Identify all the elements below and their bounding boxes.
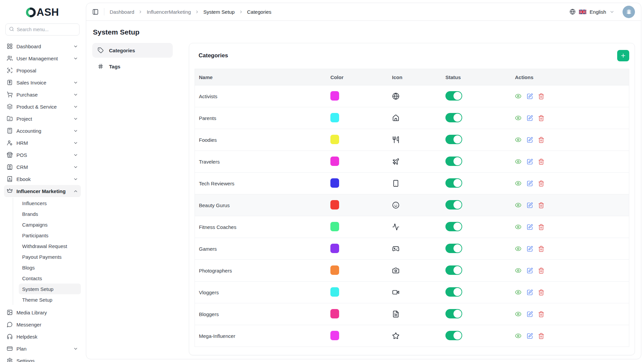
chevron-right-icon [195, 10, 199, 14]
color-swatch [330, 309, 339, 318]
globe-icon[interactable] [570, 9, 576, 15]
sidebar-subitem-blogs[interactable]: Blogs [19, 262, 81, 273]
add-category-button[interactable] [617, 50, 629, 61]
sidebar-subitem-system-setup[interactable]: System Setup [19, 284, 81, 294]
sidebar-item-settings[interactable]: Settings [4, 355, 81, 362]
view-icon[interactable] [515, 202, 522, 208]
calculator-icon [7, 128, 13, 134]
color-swatch [330, 113, 339, 122]
view-icon[interactable] [515, 224, 522, 230]
delete-icon[interactable] [538, 246, 544, 252]
category-name: Gamers [195, 238, 326, 260]
sidebar-toggle-icon[interactable] [92, 9, 99, 15]
table-row: Gamers [195, 238, 629, 260]
chevron-down-icon[interactable] [609, 9, 614, 14]
tab-categories[interactable]: Categories [92, 43, 173, 58]
status-toggle[interactable] [445, 222, 462, 231]
sidebar-item-helpdesk[interactable]: Helpdesk [4, 330, 81, 343]
status-toggle[interactable] [445, 178, 462, 188]
view-icon[interactable] [515, 311, 522, 317]
edit-icon[interactable] [527, 115, 533, 121]
view-icon[interactable] [515, 180, 522, 187]
sidebar-item-sales-invoice[interactable]: Sales Invoice [4, 76, 81, 88]
status-toggle[interactable] [445, 244, 462, 253]
sidebar-item-influencer-marketing[interactable]: Influencer Marketing [4, 185, 81, 197]
chevron-down-icon [73, 80, 78, 85]
sidebar-item-plan[interactable]: Plan [4, 343, 81, 355]
sidebar-subitem-campaigns[interactable]: Campaigns [19, 219, 81, 230]
edit-icon[interactable] [527, 224, 533, 230]
sidebar-subitem-contacts[interactable]: Contacts [19, 273, 81, 284]
search-input[interactable]: Search menu... [5, 23, 79, 36]
sidebar-item-dashboard[interactable]: Dashboard [4, 40, 81, 52]
status-toggle[interactable] [445, 157, 462, 166]
delete-icon[interactable] [538, 333, 544, 339]
view-icon[interactable] [515, 136, 522, 143]
status-toggle[interactable] [445, 265, 462, 275]
status-toggle[interactable] [445, 331, 462, 340]
delete-icon[interactable] [538, 93, 544, 100]
delete-icon[interactable] [538, 224, 544, 230]
sidebar-item-media-library[interactable]: Media Library [4, 306, 81, 318]
delete-icon[interactable] [538, 115, 544, 121]
edit-icon[interactable] [527, 267, 533, 274]
user-dot-icon [7, 140, 13, 146]
view-icon[interactable] [515, 333, 522, 339]
view-icon[interactable] [515, 93, 522, 100]
edit-icon[interactable] [527, 311, 533, 317]
delete-icon[interactable] [538, 289, 544, 296]
status-toggle[interactable] [445, 287, 462, 297]
breadcrumb-item-system-setup[interactable]: System Setup [203, 9, 234, 15]
edit-icon[interactable] [527, 289, 533, 296]
edit-icon[interactable] [527, 159, 533, 165]
sidebar-item-pos[interactable]: POS [4, 149, 81, 161]
edit-icon[interactable] [527, 180, 533, 187]
delete-icon[interactable] [538, 267, 544, 274]
status-toggle[interactable] [445, 135, 462, 144]
view-icon[interactable] [515, 158, 522, 165]
sidebar-subitem-brands[interactable]: Brands [19, 208, 81, 219]
edit-icon[interactable] [527, 137, 533, 143]
view-icon[interactable] [515, 267, 522, 274]
sidebar-item-hrm[interactable]: HRM [4, 137, 81, 149]
sidebar-subitem-withdrawal-request[interactable]: Withdrawal Request [19, 241, 81, 251]
status-toggle[interactable] [445, 200, 462, 209]
language-selector[interactable]: English [590, 9, 606, 15]
sidebar-item-proposal[interactable]: Proposal [4, 64, 81, 76]
sidebar-item-project[interactable]: Project [4, 113, 81, 125]
sidebar-subitem-theme-setup[interactable]: Theme Setup [19, 294, 81, 305]
sidebar-subitem-payout-payments[interactable]: Payout Payments [19, 251, 81, 262]
status-toggle[interactable] [445, 113, 462, 122]
sidebar-subitem-participants[interactable]: Participants [19, 230, 81, 241]
edit-icon[interactable] [527, 202, 533, 208]
sidebar-subitem-influencers[interactable]: Influencers [19, 198, 81, 208]
status-toggle[interactable] [445, 309, 462, 318]
breadcrumb-item-categories[interactable]: Categories [247, 9, 272, 15]
delete-icon[interactable] [538, 180, 544, 187]
view-icon[interactable] [515, 115, 522, 121]
edit-icon[interactable] [527, 93, 533, 100]
view-icon[interactable] [515, 245, 522, 252]
edit-icon[interactable] [527, 333, 533, 339]
sidebar-item-user-management[interactable]: User Management [4, 52, 81, 64]
avatar[interactable] [623, 6, 635, 18]
tab-tags[interactable]: Tags [92, 59, 173, 74]
breadcrumb-item-influencermarketing[interactable]: InfluencerMarketing [147, 9, 191, 15]
status-toggle[interactable] [445, 91, 462, 101]
delete-icon[interactable] [538, 202, 544, 208]
delete-icon[interactable] [538, 311, 544, 317]
sidebar-item-product-service[interactable]: Product & Service [4, 101, 81, 113]
sidebar-item-purchase[interactable]: Purchase [4, 88, 81, 101]
table-row: Parents [195, 107, 629, 129]
sidebar-item-accounting[interactable]: Accounting [4, 125, 81, 137]
sidebar-item-ebook[interactable]: Ebook [4, 173, 81, 185]
sidebar-item-messenger[interactable]: Messenger [4, 318, 81, 330]
delete-icon[interactable] [538, 137, 544, 143]
view-icon[interactable] [515, 289, 522, 296]
book-icon [7, 176, 13, 182]
breadcrumb-item-dashboard[interactable]: Dashboard [110, 9, 134, 15]
category-name: Bloggers [195, 303, 326, 325]
edit-icon[interactable] [527, 246, 533, 252]
delete-icon[interactable] [538, 159, 544, 165]
sidebar-item-crm[interactable]: CRM [4, 161, 81, 173]
